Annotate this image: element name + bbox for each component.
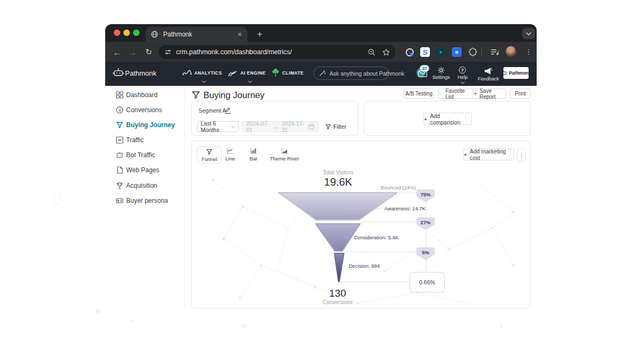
date-range-input[interactable]: 2024-07-01 → 2024-12-31 [242,121,319,132]
print-button[interactable]: Print [510,89,531,99]
nav-item-analytics[interactable]: ANALYTICS [194,70,222,76]
reload-button[interactable]: ↻ [143,46,155,58]
edit-pencil-icon[interactable] [225,107,231,114]
sidebar-item-label: Bot Traffic [126,151,155,159]
add-comparison-button[interactable]: + Add comparision [423,113,472,125]
label-leader [344,237,352,238]
new-tab-button[interactable]: + [253,28,266,41]
header-button-group: ♡ Favorite List + Save Report [438,89,506,99]
browser-tab[interactable]: Pathmonk × [145,27,247,42]
chart-tab-line[interactable]: Line [225,148,235,161]
feedback-megaphone-icon[interactable] [484,68,493,75]
decorative-dot [54,196,61,204]
segment-panel: Segment A Last 6 Months 2024-07-01 → 202… [191,101,358,136]
select-chevron-icon [231,126,235,128]
window-zoom-button[interactable] [133,30,140,36]
nav-item-ai-engine[interactable]: AI ENGINE [240,70,266,76]
extension-clock-icon[interactable] [405,47,414,57]
bookmark-star-icon[interactable] [382,48,390,56]
funnel-card: Funnel Line Bar Theme River + Add market… [191,141,530,308]
favorite-list-button[interactable]: ♡ Favorite List [438,89,473,98]
sidebar-item-bot-traffic[interactable]: Bot Traffic [105,148,185,163]
tab-search-button[interactable] [522,28,535,39]
date-range-select[interactable]: Last 6 Months [197,121,239,132]
settings-gear-icon[interactable] [437,67,445,74]
ai-engine-icon[interactable] [228,68,238,78]
dollar-circle-icon: $ [115,106,123,114]
card-menu-icon[interactable]: ⋮ [517,149,526,161]
chevron-down-icon[interactable] [248,80,252,83]
help-icon[interactable]: ? [459,67,466,74]
back-button[interactable]: ← [111,46,123,58]
window-close-button[interactable] [114,30,120,36]
analytics-icon[interactable] [182,68,192,78]
chevron-down-icon[interactable] [202,80,206,83]
ask-search-placeholder[interactable]: Ask anything about Pathmonk [330,70,405,77]
sidebar-item-buyer-persona[interactable]: Buyer persona [105,193,185,208]
funnel-tab-icon [206,149,213,155]
plus-icon: + [473,90,477,98]
sidebar-item-label: Dashboard [126,91,158,99]
sidebar-item-traffic[interactable]: Traffic [105,133,185,148]
sidebar-item-label: Buying Journey [126,121,175,129]
zoom-out-icon[interactable] [368,48,376,56]
plus-icon: + [424,116,427,122]
plus-icon: + [464,151,467,158]
sidebar-item-web-pages[interactable]: Web Pages [105,163,185,178]
connector-line [341,282,409,282]
brand-name[interactable]: Pathmonk [125,69,157,77]
help-label[interactable]: Help [452,75,473,80]
sidebar-item-buying-journey[interactable]: Buying Journey [105,117,185,133]
label-leader [348,208,382,209]
account-button[interactable]: Pathmonk [503,67,529,79]
sidebar-item-label: Web Pages [126,166,159,174]
sidebar-item-dashboard[interactable]: Dashboard [105,87,185,102]
ask-search-bar[interactable]: Ask anything about Pathmonk [313,67,389,80]
chart-tab-funnel[interactable]: Funnel [197,146,222,164]
window-minimize-button[interactable] [123,30,130,36]
magic-wand-icon [319,70,326,77]
settings-label[interactable]: Settings [427,75,455,80]
account-label: Pathmonk [509,70,531,76]
tune-icon[interactable] [164,48,172,56]
chart-tab-theme-river[interactable]: Theme River [267,148,302,161]
pathmonk-account-icon [501,70,507,76]
url-text[interactable]: crm.pathmonk.com/dashboard/metrics/ [176,48,368,56]
save-report-button[interactable]: + Save Report [473,89,506,98]
feedback-label[interactable]: Feedback [472,76,504,82]
filter-button[interactable]: Filter [325,122,346,131]
ab-testing-button[interactable]: A/B Testing [404,89,434,99]
filter-funnel-icon [325,124,331,130]
sidebar-item-acquisition[interactable]: Acquisition [105,178,185,193]
segment-name: Segment A [199,107,226,114]
profile-avatar[interactable] [506,46,516,57]
add-marketing-cost-button[interactable]: + Add marketing cost [463,149,514,160]
extension-rewind-icon[interactable]: « [452,47,462,57]
globe-favicon-icon [151,31,158,38]
extension-s-icon[interactable]: S [420,47,430,57]
mail-badge: 37 [420,65,429,72]
extensions-puzzle-icon[interactable] [468,47,478,57]
awareness-label: Awareness: 14.7K [384,205,426,211]
chart-tab-bar[interactable]: Bar [250,148,258,161]
conversions-value: 130 [305,288,370,299]
bounced-label: Bounced (24%) [353,185,416,190]
dashboard-grid-icon [115,91,123,99]
tab-close-icon[interactable]: × [238,31,242,38]
nav-item-climate[interactable]: CLIMATE [282,70,304,76]
pathmonk-logo-icon[interactable] [113,67,124,78]
climate-icon[interactable] [271,68,280,77]
browser-menu-icon[interactable]: ⋮ [524,46,533,57]
forward-button[interactable]: → [127,46,138,58]
sidebar-item-label: Traffic [126,136,144,144]
date-start-value: 2024-07-01 [246,120,269,133]
reading-list-icon[interactable] [490,47,500,57]
sidebar: Dashboard $ Conversions Buying Journey T… [105,86,185,308]
funnel-stage-awareness [279,193,397,220]
sidebar-item-label: Acquisition [126,182,157,189]
conversion-rate-box: 0.66% [409,272,445,292]
address-bar[interactable]: crm.pathmonk.com/dashboard/metrics/ [159,45,396,59]
sidebar-item-conversions[interactable]: $ Conversions [105,102,185,117]
extension-teal-icon[interactable]: * [436,47,445,57]
chevron-down-icon[interactable] [460,82,465,84]
